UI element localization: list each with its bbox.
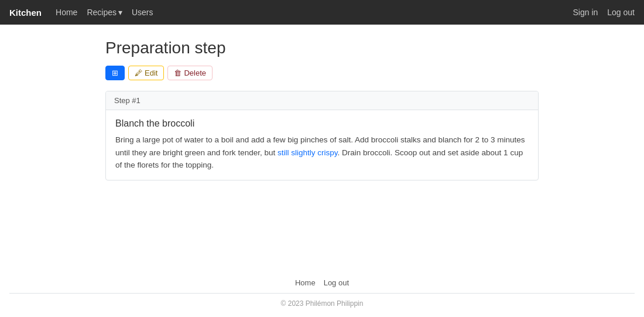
- nav-recipes-label: Recipes: [87, 8, 117, 17]
- navbar: Kitchen Home Recipes ▾ Users Sign in Log…: [0, 0, 644, 25]
- footer-links: Home Log out: [9, 278, 635, 294]
- grid-icon: ⊞: [112, 69, 118, 77]
- delete-label: Delete: [184, 69, 206, 77]
- step-body: Blanch the broccoli Bring a large pot of…: [106, 110, 538, 180]
- edit-button[interactable]: 🖉 Edit: [128, 66, 164, 80]
- pencil-icon: 🖉: [135, 69, 142, 77]
- page-title: Preparation step: [105, 39, 539, 57]
- step-card: Step #1 Blanch the broccoli Bring a larg…: [105, 91, 539, 180]
- nav-recipes-dropdown[interactable]: Recipes ▾: [87, 8, 122, 17]
- footer-home[interactable]: Home: [295, 278, 316, 287]
- nav-sign-in[interactable]: Sign in: [573, 8, 598, 17]
- edit-label: Edit: [145, 69, 157, 77]
- action-buttons: ⊞ 🖉 Edit 🗑 Delete: [105, 66, 539, 80]
- nav-users[interactable]: Users: [132, 8, 153, 17]
- nav-home[interactable]: Home: [56, 8, 77, 17]
- step-desc-link[interactable]: still slightly crispy: [278, 148, 338, 157]
- footer-copyright: © 2023 Philémon Philippin: [9, 299, 635, 308]
- delete-button[interactable]: 🗑 Delete: [167, 66, 213, 80]
- brand: Kitchen: [9, 8, 42, 18]
- chevron-down-icon: ▾: [118, 8, 122, 17]
- main-content: Preparation step ⊞ 🖉 Edit 🗑 Delete Step …: [0, 25, 644, 269]
- step-header: Step #1: [106, 91, 538, 110]
- step-description: Bring a large pot of water to a boil and…: [115, 134, 529, 172]
- trash-icon: 🗑: [174, 69, 181, 77]
- step-title: Blanch the broccoli: [115, 118, 529, 129]
- nav-log-out[interactable]: Log out: [607, 8, 635, 17]
- footer-log-out[interactable]: Log out: [324, 278, 349, 287]
- footer: Home Log out © 2023 Philémon Philippin: [0, 269, 644, 317]
- back-button[interactable]: ⊞: [105, 66, 125, 80]
